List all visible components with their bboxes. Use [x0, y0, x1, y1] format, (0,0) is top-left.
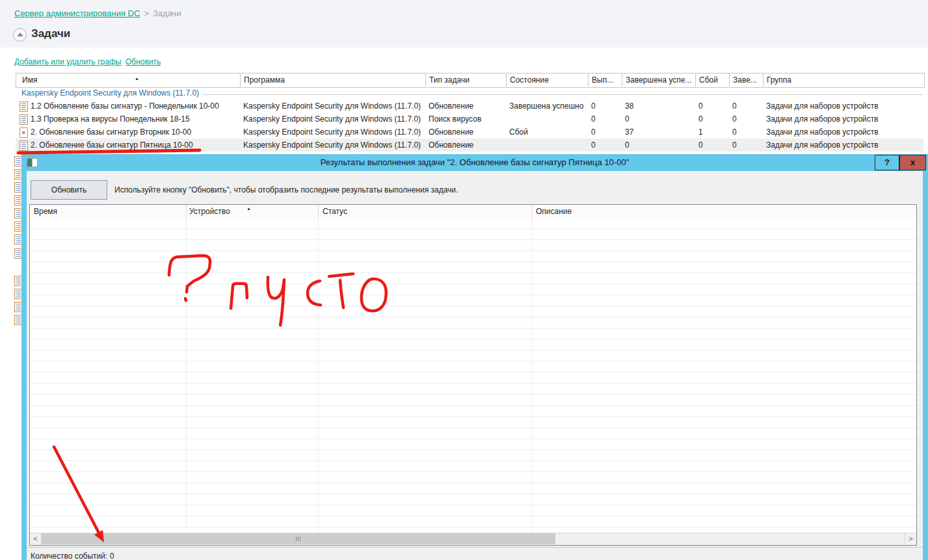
cell-running: 0 [591, 127, 596, 137]
chevron-up-icon [17, 33, 23, 36]
scroll-right-icon[interactable]: > [905, 533, 916, 544]
results-table-body-empty [30, 218, 916, 533]
cell-failed: 0 [698, 101, 703, 111]
column-gridline [318, 218, 319, 533]
dialog-title: Результаты выполнения задачи "2. Обновле… [21, 157, 928, 167]
breadcrumb-current: Задачи [153, 8, 181, 18]
cell-succeeded: 38 [625, 101, 633, 111]
cell-succeeded: 0 [625, 140, 630, 150]
cell-failed: 0 [698, 140, 703, 150]
task-icon [20, 140, 28, 151]
col-scheduled[interactable]: Заве... [733, 75, 757, 85]
col-failed[interactable]: Сбой [699, 75, 718, 85]
column-divider[interactable] [240, 73, 241, 87]
cell-task-type: Обновление [429, 101, 473, 111]
sort-asc-icon: ▲ [246, 206, 251, 211]
cell-succeeded: 0 [625, 114, 630, 124]
column-divider[interactable] [186, 205, 187, 218]
column-divider[interactable] [318, 205, 319, 218]
cell-name: 2. Обновление базы сигнатур Пятница 10-0… [31, 140, 193, 150]
dialog-titlebar[interactable]: Результаты выполнения задачи "2. Обновле… [21, 154, 928, 171]
cell-program: Kaspersky Endpoint Security для Windows … [243, 140, 421, 150]
task-error-icon [20, 127, 28, 138]
dialog-status-bar: Количество событий: 0 [27, 547, 923, 560]
cell-scheduled: 0 [732, 127, 737, 137]
dialog-body: Обновить Используйте кнопку "Обновить", … [27, 171, 923, 560]
group-header-kes[interactable]: Kaspersky Endpoint Security для Windows … [21, 88, 199, 100]
cell-running: 0 [591, 114, 596, 124]
breadcrumb-separator: > [144, 8, 149, 18]
scrollbar-grip-icon [296, 537, 301, 541]
table-row-selected[interactable]: 2. Обновление базы сигнатур Пятница 10-0… [16, 139, 923, 152]
tasks-table-header: Имя ▲ Программа Тип задачи Состояние Вып… [16, 73, 925, 88]
cell-program: Kaspersky Endpoint Security для Windows … [243, 114, 421, 124]
cell-failed: 0 [698, 114, 703, 124]
task-icon [20, 101, 28, 112]
col-running[interactable]: Вып... [592, 75, 613, 85]
cell-scheduled: 0 [732, 101, 737, 111]
cell-name: 2. Обновление базы сигнатур Вторник 10-0… [31, 127, 191, 137]
col-task-type[interactable]: Тип задачи [429, 75, 470, 85]
cell-task-type: Поиск вирусов [429, 114, 481, 124]
column-gridline [532, 218, 533, 533]
cell-group: Задачи для наборов устройств [766, 101, 879, 111]
task-icon [20, 114, 28, 125]
column-divider[interactable] [532, 205, 533, 218]
col-device[interactable]: Устройство [189, 207, 230, 216]
cell-state: Сбой [509, 127, 528, 137]
col-time[interactable]: Время [34, 207, 57, 216]
col-name[interactable]: Имя [22, 75, 37, 85]
close-button[interactable]: x [899, 155, 926, 170]
cell-running: 0 [591, 140, 596, 150]
column-divider[interactable] [763, 73, 763, 87]
column-divider[interactable] [425, 73, 426, 87]
cell-task-type: Обновление [429, 127, 473, 137]
cell-state: Завершена успешно [509, 101, 583, 111]
page-title: Задачи [31, 27, 70, 40]
cell-failed: 1 [698, 127, 703, 137]
help-button[interactable]: ? [875, 155, 899, 170]
col-description[interactable]: Описание [536, 207, 572, 216]
column-divider[interactable] [622, 73, 622, 87]
cell-running: 0 [591, 101, 596, 111]
column-divider[interactable] [506, 73, 507, 87]
cell-program: Kaspersky Endpoint Security для Windows … [243, 101, 421, 111]
col-state[interactable]: Состояние [510, 75, 549, 85]
cell-scheduled: 0 [732, 140, 737, 150]
horizontal-scrollbar[interactable]: < > [30, 533, 916, 545]
cell-group: Задачи для наборов устройств [766, 127, 879, 137]
table-row[interactable]: 1.3 Проверка на вирусы Понедельник 18-15… [16, 113, 923, 126]
column-divider[interactable] [588, 73, 589, 87]
breadcrumb-root-link[interactable]: Сервер администрирования DC [14, 8, 140, 18]
breadcrumb: Сервер администрирования DC>Задачи [14, 8, 181, 18]
table-row[interactable]: 1.2 Обновление базы сигнатур - Понедельн… [16, 100, 923, 113]
collapse-section-button[interactable] [13, 28, 27, 42]
cell-group: Задачи для наборов устройств [766, 114, 879, 124]
cell-succeeded: 37 [625, 127, 633, 137]
dialog-hint-text: Используйте кнопку "Обновить", чтобы ото… [114, 185, 458, 194]
column-divider[interactable] [729, 73, 730, 87]
group-header-line [203, 94, 923, 95]
cell-program: Kaspersky Endpoint Security для Windows … [243, 127, 421, 137]
task-results-dialog: Результаты выполнения задачи "2. Обновле… [21, 154, 928, 560]
cell-name: 1.3 Проверка на вирусы Понедельник 18-15 [31, 114, 190, 124]
sort-asc-icon: ▲ [135, 76, 139, 81]
add-remove-columns-link[interactable]: Добавить или удалить графы [14, 57, 121, 66]
cell-task-type: Обновление [429, 140, 473, 150]
refresh-list-link[interactable]: Обновить [126, 57, 161, 66]
col-group[interactable]: Группа [767, 75, 791, 85]
col-status[interactable]: Статус [323, 207, 347, 216]
column-gridline [186, 218, 187, 533]
col-program[interactable]: Программа [244, 75, 285, 85]
page-header-band [0, 0, 928, 47]
scrollbar-thumb[interactable] [42, 533, 555, 544]
scroll-left-icon[interactable]: < [30, 533, 42, 544]
col-succeeded[interactable]: Завершена успе... [626, 75, 691, 85]
event-count-text: Количество событий: 0 [31, 552, 114, 560]
results-table-header: Время Устройство ▲ Статус Описание [30, 205, 916, 219]
refresh-results-button[interactable]: Обновить [31, 180, 107, 200]
cell-group: Задачи для наборов устройств [766, 140, 879, 150]
results-table: Время Устройство ▲ Статус Описание < > [29, 204, 917, 546]
column-divider[interactable] [695, 73, 696, 87]
table-row[interactable]: 2. Обновление базы сигнатур Вторник 10-0… [16, 126, 923, 139]
